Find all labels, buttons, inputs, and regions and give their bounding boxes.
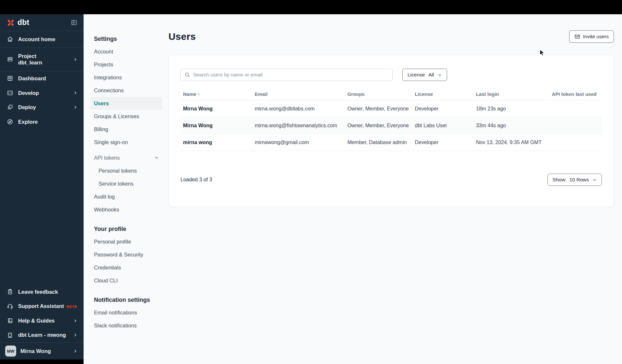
- sidebar-item-label: Account home: [18, 36, 78, 43]
- settings-nav-projects[interactable]: Projects: [91, 58, 162, 71]
- sidebar-item-deploy[interactable]: Deploy: [0, 100, 84, 115]
- settings-nav-credentials[interactable]: Credentials: [91, 261, 162, 274]
- sidebar-item-label: Develop: [18, 90, 68, 97]
- headset-icon: [6, 303, 14, 309]
- settings-nav-groups-licenses[interactable]: Groups & Licenses: [91, 110, 162, 123]
- search-input[interactable]: [180, 69, 393, 81]
- column-header-groups[interactable]: Groups: [345, 89, 412, 100]
- sidebar-item-account-home[interactable]: Account home: [0, 31, 84, 48]
- show-rows-dropdown[interactable]: Show: 10 Rows: [547, 174, 602, 186]
- sidebar-item-support-assistant[interactable]: Support AssistantBETA: [0, 299, 84, 313]
- develop-icon: [6, 90, 14, 96]
- license-filter-dropdown[interactable]: License All: [402, 69, 447, 81]
- cell-name: mirna wong: [180, 134, 252, 151]
- cell-last-login: 18m 23s ago: [473, 100, 549, 117]
- sidebar-item-label: Help & Guides: [18, 317, 68, 324]
- sidebar-item-leave-feedback[interactable]: Leave feedback: [0, 285, 84, 299]
- dbt-logo: dbt: [6, 18, 29, 27]
- settings-nav-single-sign-on[interactable]: Single sign-on: [91, 136, 162, 149]
- cell-email: mirna.wong@dbtlabs.com: [252, 100, 345, 117]
- sidebar-item-label: Support AssistantBETA: [18, 303, 78, 310]
- sidebar-item-label: Project dbt_learn: [18, 53, 68, 66]
- column-header-email[interactable]: Email: [252, 89, 345, 100]
- settings-heading: Settings: [94, 36, 165, 42]
- column-header-license[interactable]: License: [412, 89, 474, 100]
- users-card: License All Name↑ Email Groups Licens: [168, 55, 614, 207]
- table-row[interactable]: Mirna Wong mirna.wong@fishtownanalytics.…: [180, 117, 602, 134]
- sort-asc-icon: ↑: [198, 91, 200, 97]
- dashboard-icon: [6, 75, 14, 82]
- sidebar-item-dbt-learn[interactable]: dbt Learn - mwong: [0, 328, 84, 342]
- chevron-down-icon: [593, 178, 597, 182]
- cell-license: dbt Labs User: [412, 117, 474, 134]
- column-header-last-login[interactable]: Last login: [473, 89, 549, 100]
- cell-email: mirnawong@gmail.com: [252, 134, 345, 151]
- beta-badge: BETA: [66, 305, 77, 309]
- column-header-name[interactable]: Name↑: [180, 89, 252, 100]
- top-black-bar: [0, 0, 622, 14]
- sidebar-item-label: Leave feedback: [18, 289, 78, 295]
- sidebar-item-dashboard[interactable]: Dashboard: [0, 71, 84, 86]
- users-table: Name↑ Email Groups License Last login AP…: [180, 89, 602, 151]
- sidebar-item-develop[interactable]: Develop: [0, 86, 84, 100]
- settings-nav-audit-log[interactable]: Audit log: [91, 190, 162, 203]
- column-header-api-token[interactable]: API token last used: [549, 89, 602, 100]
- chevron-right-icon: [73, 333, 78, 337]
- settings-nav-billing[interactable]: Billing: [91, 123, 162, 136]
- settings-nav-api-tokens[interactable]: API tokens: [91, 151, 162, 164]
- chevron-right-icon: [73, 318, 78, 323]
- chevron-right-icon: [73, 90, 78, 95]
- settings-nav-account[interactable]: Account: [91, 45, 162, 58]
- table-row[interactable]: mirna wong mirnawong@gmail.com Member, D…: [180, 134, 602, 151]
- dbt-logo-icon: [6, 18, 15, 27]
- sidebar: dbt Account home: [0, 14, 84, 364]
- cell-last-login: 33m 44s ago: [473, 117, 549, 134]
- cell-name: Mirna Wong: [180, 117, 252, 134]
- settings-nav-cloud-cli[interactable]: Cloud CLI: [91, 274, 162, 287]
- settings-nav-connections[interactable]: Connections: [91, 84, 162, 97]
- table-row[interactable]: Mirna Wong mirna.wong@dbtlabs.com Owner,…: [180, 100, 602, 117]
- settings-nav-personal-profile[interactable]: Personal profile: [91, 235, 162, 248]
- sidebar-item-explore[interactable]: Explore: [0, 115, 84, 129]
- chevron-right-icon: [73, 57, 78, 62]
- user-name: Mirna Wong: [20, 348, 69, 354]
- invite-users-label: Invite users: [583, 34, 609, 40]
- sidebar-item-project[interactable]: Project dbt_learn: [0, 48, 84, 71]
- logo-text: dbt: [17, 18, 29, 27]
- settings-nav-personal-tokens[interactable]: Personal tokens: [91, 164, 162, 177]
- project-name: dbt_learn: [18, 59, 68, 66]
- settings-nav-users[interactable]: Users: [91, 97, 162, 110]
- cell-api-token: [549, 100, 602, 117]
- settings-nav-service-tokens[interactable]: Service tokens: [91, 177, 162, 190]
- cell-api-token: [549, 117, 602, 134]
- sidebar-item-help-guides[interactable]: Help & Guides: [0, 313, 84, 328]
- cell-groups: Owner, Member, Everyone: [345, 100, 412, 117]
- invite-users-button[interactable]: Invite users: [569, 30, 614, 43]
- project-icon: [6, 56, 14, 63]
- sidebar-item-label: Deploy: [18, 104, 68, 111]
- license-filter-value: All: [428, 72, 434, 78]
- settings-nav-webhooks[interactable]: Webhooks: [91, 203, 162, 216]
- cell-last-login: Nov 13, 2024, 9:35 AM GMT: [473, 134, 549, 151]
- page-title: Users: [168, 31, 196, 42]
- cell-license: Developer: [412, 134, 474, 151]
- chevron-right-icon: [73, 105, 78, 110]
- clipboard-icon: [6, 289, 14, 295]
- cell-name: Mirna Wong: [180, 100, 252, 117]
- main-content: Users Invite users: [168, 14, 622, 364]
- chevron-right-icon: [73, 349, 78, 354]
- collapse-sidebar-icon[interactable]: [71, 19, 77, 26]
- loaded-count: Loaded 3 of 3: [180, 177, 212, 183]
- avatar: MW: [5, 346, 16, 357]
- notification-settings-heading: Notification settings: [94, 297, 165, 303]
- sidebar-user-menu[interactable]: MW Mirna Wong: [0, 342, 84, 359]
- sidebar-item-label: Explore: [18, 119, 78, 125]
- settings-nav-slack-notifications[interactable]: Slack notifications: [91, 319, 162, 332]
- deploy-icon: [6, 104, 14, 110]
- show-label: Show:: [553, 177, 567, 183]
- settings-nav-integrations[interactable]: Integrations: [91, 71, 162, 84]
- license-filter-label: License: [408, 72, 425, 78]
- settings-nav-password-security[interactable]: Password & Security: [91, 248, 162, 261]
- settings-nav-email-notifications[interactable]: Email notifications: [91, 306, 162, 319]
- cell-api-token: [549, 134, 602, 151]
